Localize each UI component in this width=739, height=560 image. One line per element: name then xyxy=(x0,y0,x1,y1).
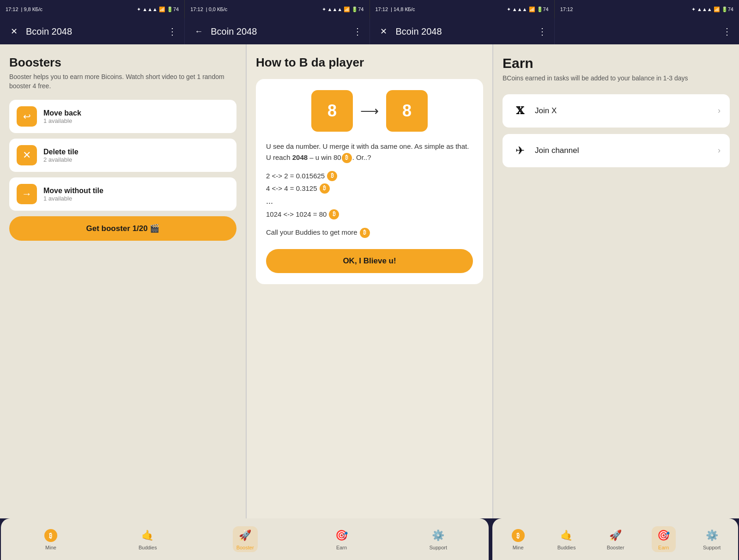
menu-button-4[interactable]: ⋮ xyxy=(722,26,732,37)
close-button-3[interactable]: ✕ xyxy=(377,25,390,38)
formula-ellipsis: ... xyxy=(266,195,473,208)
battery-icon-2: 🔋74 xyxy=(351,6,363,12)
booster-item-move-back[interactable]: ↩ Move back 1 available xyxy=(9,100,236,133)
chevron-right-icon-1: › xyxy=(718,106,721,116)
earn-label-left: Earn xyxy=(336,545,347,550)
close-button-1[interactable]: ✕ xyxy=(7,25,20,38)
buddies-icon-right: 🤙 xyxy=(559,528,574,543)
move-back-icon: ↩ xyxy=(17,106,37,127)
nav-earn-right[interactable]: 🎯 Earn xyxy=(652,526,676,552)
menu-button-2[interactable]: ⋮ xyxy=(353,26,362,37)
signal-icons-4: ✦ ▲▲▲ 📶 🔋74 xyxy=(691,6,733,12)
app-title-3: Bcoin 2048 xyxy=(396,26,532,37)
boosters-panel: Boosters Booster helps you to earn more … xyxy=(0,44,247,518)
booster-icon-right: 🚀 xyxy=(608,528,623,543)
howto-2048-bold: 2048 xyxy=(292,153,308,161)
title-bar-2: ← Bcoin 2048 ⋮ xyxy=(185,18,370,44)
earn-title: Earn xyxy=(503,55,730,71)
bluetooth-icon: ✦ xyxy=(137,6,141,12)
move-without-count: 1 available xyxy=(43,195,103,202)
earn-subtitle: BCoins earned in tasks will be added to … xyxy=(503,74,730,83)
earn-panel: Earn BCoins earned in tasks will be adde… xyxy=(493,44,739,518)
howto-title: How to B da player xyxy=(256,55,483,70)
tile-right: 8 xyxy=(386,90,428,132)
join-x-label: Join X xyxy=(535,106,711,116)
nav-booster-right[interactable]: 🚀 Booster xyxy=(603,526,628,552)
formula-line-2: 4 <-> 4 = 0.3125 ₿ xyxy=(266,182,473,195)
earn-label-right: Earn xyxy=(658,545,669,550)
nav-mine-right[interactable]: ₿ Mine xyxy=(506,526,530,552)
title-bars-row: ✕ Bcoin 2048 ⋮ ← Bcoin 2048 ⋮ ✕ Bcoin 20… xyxy=(0,18,739,44)
back-button-2[interactable]: ← xyxy=(192,25,205,38)
telegram-icon: ✈ xyxy=(512,142,528,159)
howto-desc-2: – u win 80 xyxy=(308,153,341,161)
booster-item-delete-tile[interactable]: ✕ Delete tile 2 available xyxy=(9,139,236,172)
menu-button-1[interactable]: ⋮ xyxy=(168,26,177,37)
formula-line-1: 2 <-> 2 = 0.015625 ₿ xyxy=(266,170,473,182)
nav-booster-left[interactable]: 🚀 Booster xyxy=(233,526,258,552)
howto-description: U see da number. U merge it with da same… xyxy=(266,141,473,163)
get-booster-label: Get booster 1/20 🎬 xyxy=(86,224,160,233)
signal-icons-1: ✦ ▲▲▲ 📶 🔋74 xyxy=(137,6,179,12)
move-back-count: 1 available xyxy=(43,117,81,124)
boosters-subtitle: Booster helps you to earn more Bicoins. … xyxy=(9,73,236,91)
status-time-4: 17:12 xyxy=(560,6,573,12)
btc-coin-inline-1: ₿ xyxy=(342,153,352,163)
status-network-3: | 14,8 КБ/с xyxy=(391,6,415,12)
battery-icon-3: 🔋74 xyxy=(537,6,549,12)
status-bars-row: 17:12 | 9,8 КБ/с ✦ ▲▲▲ 📶 🔋74 17:12 | 0,0… xyxy=(0,0,739,18)
bottom-nav-right: ₿ Mine 🤙 Buddies 🚀 Booster 🎯 Earn ⚙️ Sup… xyxy=(492,518,738,560)
status-time-2: 17:12 xyxy=(190,6,203,12)
howto-panel: How to B da player 8 ⟶ 8 U see da number… xyxy=(247,44,493,518)
main-content: Boosters Booster helps you to earn more … xyxy=(0,44,739,518)
arrow-right-icon: ⟶ xyxy=(360,103,379,119)
delete-tile-icon: ✕ xyxy=(17,145,37,165)
btc-coin-call: ₿ xyxy=(360,228,370,238)
nav-mine-left[interactable]: ₿ Mine xyxy=(39,526,63,552)
bottom-navs: ₿ Mine 🤙 Buddies 🚀 Booster 🎯 Earn ⚙️ Sup… xyxy=(0,518,739,560)
title-bar-4: ⋮ xyxy=(555,18,739,44)
status-bar-2: 17:12 | 0,0 КБ/с ✦ ▲▲▲ 📶 🔋74 xyxy=(185,0,370,18)
support-icon-left: ⚙️ xyxy=(431,528,446,543)
chevron-right-icon-2: › xyxy=(718,146,721,155)
earn-icon-left: 🎯 xyxy=(334,528,349,543)
howto-call-text: Call your Buddies to get more ₿ xyxy=(266,227,473,238)
howto-desc-3: . Or..? xyxy=(352,153,371,161)
nav-buddies-left[interactable]: 🤙 Buddies xyxy=(135,526,161,552)
signal-icons-3: ✦ ▲▲▲ 📶 🔋74 xyxy=(507,6,549,12)
call-buddies-text: Call your Buddies to get more xyxy=(266,228,357,236)
move-without-icon: → xyxy=(17,184,37,204)
booster-label-left: Booster xyxy=(236,545,254,550)
nav-support-right[interactable]: ⚙️ Support xyxy=(699,526,725,552)
bottom-nav-left: ₿ Mine 🤙 Buddies 🚀 Booster 🎯 Earn ⚙️ Sup… xyxy=(1,518,489,560)
get-booster-button[interactable]: Get booster 1/20 🎬 xyxy=(9,216,236,241)
wifi-icon-4: 📶 xyxy=(714,6,720,12)
nav-earn-left[interactable]: 🎯 Earn xyxy=(330,526,354,552)
btc-coin-formula-3: ₿ xyxy=(329,209,339,219)
wifi-icon-2: 📶 xyxy=(344,6,350,12)
ok-believe-button[interactable]: OK, I Blieve u! xyxy=(266,249,473,273)
battery-icon-4: 🔋74 xyxy=(721,6,733,12)
title-bar-1: ✕ Bcoin 2048 ⋮ xyxy=(0,18,185,44)
formula-list: 2 <-> 2 = 0.015625 ₿ 4 <-> 4 = 0.3125 ₿ … xyxy=(266,170,473,220)
bluetooth-icon-4: ✦ xyxy=(691,6,696,12)
earn-item-join-x[interactable]: 𝕏 Join X › xyxy=(503,94,730,128)
delete-tile-label: Delete tile xyxy=(43,148,79,156)
earn-icon-right: 🎯 xyxy=(656,528,671,543)
formula-line-3: 1024 <-> 1024 = 80 ₿ xyxy=(266,208,473,220)
app-title-1: Bcoin 2048 xyxy=(26,26,162,37)
nav-buddies-right[interactable]: 🤙 Buddies xyxy=(554,526,580,552)
nav-support-left[interactable]: ⚙️ Support xyxy=(425,526,451,552)
bluetooth-icon-2: ✦ xyxy=(322,6,326,12)
formula-3-text: 1024 <-> 1024 = 80 xyxy=(266,208,327,220)
x-icon: 𝕏 xyxy=(512,103,528,119)
booster-item-move-without[interactable]: → Move without tile 1 available xyxy=(9,177,236,211)
buddies-icon-left: 🤙 xyxy=(140,528,155,543)
status-bar-4: 17:12 ✦ ▲▲▲ 📶 🔋74 xyxy=(555,0,739,18)
menu-button-3[interactable]: ⋮ xyxy=(538,26,547,37)
howto-card: 8 ⟶ 8 U see da number. U merge it with d… xyxy=(256,79,483,284)
earn-item-join-channel[interactable]: ✈ Join channel › xyxy=(503,134,730,167)
boosters-title: Boosters xyxy=(9,55,236,70)
app-title-2: Bcoin 2048 xyxy=(211,26,347,37)
formula-1-text: 2 <-> 2 = 0.015625 xyxy=(266,170,325,182)
